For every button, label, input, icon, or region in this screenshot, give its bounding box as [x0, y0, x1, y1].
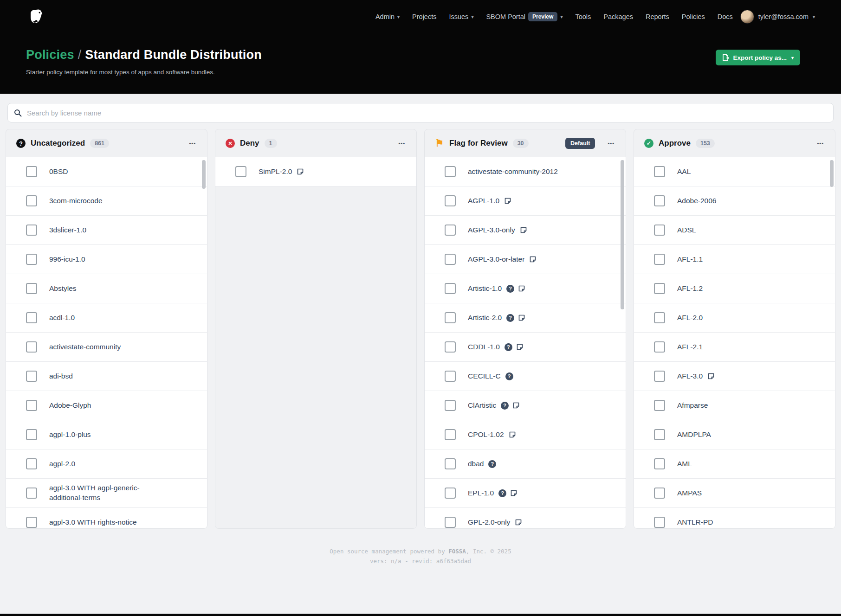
license-checkbox[interactable] [445, 400, 456, 411]
column-scrollbar[interactable] [202, 160, 206, 189]
license-checkbox[interactable] [445, 488, 456, 499]
nav-item-policies[interactable]: Policies [682, 13, 705, 20]
license-name[interactable]: AML [677, 459, 692, 469]
license-checkbox[interactable] [26, 283, 37, 294]
license-checkbox[interactable] [445, 429, 456, 440]
license-name[interactable]: Artistic-2.0 [468, 313, 502, 323]
license-checkbox[interactable] [445, 371, 456, 382]
license-checkbox[interactable] [654, 225, 665, 236]
license-name[interactable]: Abstyles [49, 284, 77, 294]
nav-item-admin[interactable]: Admin▾ [375, 13, 400, 20]
license-name[interactable]: EPL-1.0 [468, 488, 494, 498]
license-name[interactable]: CECILL-C [468, 372, 501, 381]
column-scrollbar[interactable] [621, 160, 624, 309]
license-name[interactable]: dbad [468, 459, 484, 469]
license-checkbox[interactable] [445, 283, 456, 294]
question-icon[interactable]: ? [505, 343, 512, 351]
note-icon[interactable] [297, 168, 304, 175]
license-checkbox[interactable] [654, 254, 665, 265]
license-name[interactable]: SimPL-2.0 [259, 167, 292, 177]
note-icon[interactable] [509, 431, 516, 438]
license-checkbox[interactable] [26, 225, 37, 236]
license-checkbox[interactable] [26, 429, 37, 440]
license-name[interactable]: Afmparse [677, 401, 708, 411]
license-checkbox[interactable] [445, 341, 456, 353]
note-icon[interactable] [504, 197, 511, 205]
license-name[interactable]: acdl-1.0 [49, 313, 75, 323]
license-checkbox[interactable] [445, 312, 456, 323]
nav-item-packages[interactable]: Packages [603, 13, 633, 20]
license-checkbox[interactable] [445, 254, 456, 265]
license-checkbox[interactable] [654, 341, 665, 353]
note-icon[interactable] [529, 256, 537, 263]
note-icon[interactable] [515, 519, 522, 526]
license-checkbox[interactable] [654, 488, 665, 499]
license-checkbox[interactable] [654, 517, 665, 528]
license-checkbox[interactable] [445, 458, 456, 469]
nav-item-docs[interactable]: Docs [718, 13, 733, 20]
license-checkbox[interactable] [445, 225, 456, 236]
license-checkbox[interactable] [26, 341, 37, 353]
license-name[interactable]: 3dslicer-1.0 [49, 225, 86, 235]
license-checkbox[interactable] [654, 371, 665, 382]
nav-item-projects[interactable]: Projects [412, 13, 436, 20]
license-name[interactable]: ADSL [677, 225, 696, 235]
note-icon[interactable] [510, 489, 518, 497]
license-name[interactable]: Adobe-Glyph [49, 401, 91, 411]
license-checkbox[interactable] [445, 517, 456, 528]
license-name[interactable]: AGPL-3.0-or-later [468, 255, 524, 264]
license-name[interactable]: Artistic-1.0 [468, 284, 502, 294]
license-name[interactable]: agpl-2.0 [49, 459, 75, 469]
license-name[interactable]: ANTLR-PD [677, 518, 713, 527]
license-name[interactable]: AGPL-3.0-only [468, 225, 515, 235]
license-name[interactable]: adi-bsd [49, 372, 73, 381]
license-name[interactable]: activestate-community-2012 [468, 167, 558, 177]
license-checkbox[interactable] [654, 312, 665, 323]
license-name[interactable]: AFL-1.2 [677, 284, 703, 294]
license-checkbox[interactable] [26, 517, 37, 528]
license-checkbox[interactable] [26, 458, 37, 469]
note-icon[interactable] [512, 402, 520, 409]
license-name[interactable]: agpl-3.0 WITH rights-notice [49, 518, 137, 527]
note-icon[interactable] [520, 226, 527, 234]
license-name[interactable]: AMDPLPA [677, 430, 711, 440]
license-checkbox[interactable] [445, 195, 456, 206]
license-checkbox[interactable] [654, 166, 665, 177]
note-icon[interactable] [518, 285, 525, 292]
license-name[interactable]: ClArtistic [468, 401, 496, 411]
user-menu[interactable]: tyler@fossa.com ▾ [740, 10, 815, 24]
license-checkbox[interactable] [654, 458, 665, 469]
license-checkbox[interactable] [26, 166, 37, 177]
license-checkbox[interactable] [26, 371, 37, 382]
license-name[interactable]: AMPAS [677, 488, 702, 498]
license-checkbox[interactable] [26, 400, 37, 411]
license-checkbox[interactable] [26, 312, 37, 323]
license-name[interactable]: AFL-2.1 [677, 342, 703, 352]
license-name[interactable]: CDDL-1.0 [468, 342, 500, 352]
license-name[interactable]: 3com-microcode [49, 196, 103, 206]
license-name[interactable]: AFL-3.0 [677, 372, 703, 381]
license-name[interactable]: GPL-2.0-only [468, 518, 510, 527]
license-checkbox[interactable] [26, 195, 37, 206]
nav-item-sbom-portal[interactable]: SBOM PortalPreview▾ [486, 12, 563, 21]
search-input[interactable] [26, 103, 833, 122]
license-name[interactable]: AFL-2.0 [677, 313, 703, 323]
fossa-logo-icon[interactable] [26, 6, 46, 27]
license-name[interactable]: CPOL-1.02 [468, 430, 504, 440]
breadcrumb-policies-link[interactable]: Policies [26, 48, 74, 62]
nav-item-reports[interactable]: Reports [646, 13, 669, 20]
license-name[interactable]: agpl-3.0 WITH agpl-generic-additional-te… [49, 483, 166, 503]
note-icon[interactable] [516, 343, 524, 351]
note-icon[interactable] [518, 314, 525, 321]
question-icon[interactable]: ? [501, 402, 509, 410]
column-scrollbar[interactable] [830, 160, 834, 187]
license-checkbox[interactable] [26, 254, 37, 265]
nav-item-tools[interactable]: Tools [575, 13, 591, 20]
license-name[interactable]: AGPL-1.0 [468, 196, 499, 206]
license-checkbox[interactable] [654, 195, 665, 206]
license-checkbox[interactable] [654, 429, 665, 440]
license-name[interactable]: Adobe-2006 [677, 196, 716, 206]
export-policy-button[interactable]: Export policy as... ▾ [716, 50, 800, 65]
license-checkbox[interactable] [654, 283, 665, 294]
question-icon[interactable]: ? [488, 460, 496, 468]
